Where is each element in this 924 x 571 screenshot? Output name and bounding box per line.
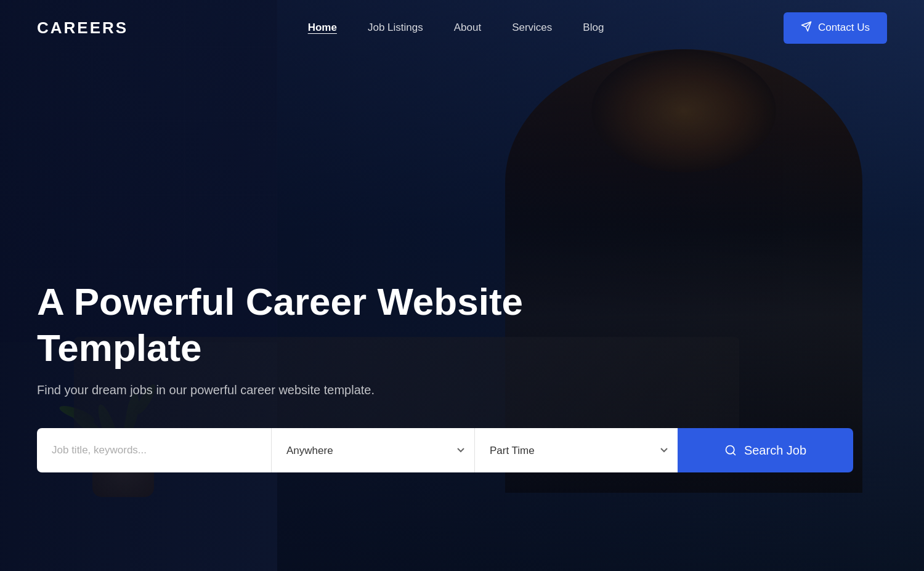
nav-item-services: Services bbox=[512, 22, 552, 34]
nav-link-blog[interactable]: Blog bbox=[583, 22, 604, 33]
location-select[interactable]: Anywhere New York Los Angeles Chicago Ho… bbox=[272, 428, 474, 472]
nav-link-services[interactable]: Services bbox=[512, 22, 552, 33]
hero-section: CAREERS Home Job Listings About Services… bbox=[0, 0, 924, 571]
nav-item-blog: Blog bbox=[583, 22, 604, 34]
hero-content: A Powerful Career Website Template Find … bbox=[37, 279, 887, 472]
contact-button-label: Contact Us bbox=[818, 22, 870, 34]
nav-link-job-listings[interactable]: Job Listings bbox=[368, 22, 423, 33]
send-icon bbox=[801, 21, 812, 35]
search-bar: Anywhere New York Los Angeles Chicago Ho… bbox=[37, 428, 813, 472]
nav-item-home: Home bbox=[308, 22, 337, 34]
contact-us-button[interactable]: Contact Us bbox=[784, 12, 887, 44]
job-type-select[interactable]: Part Time Full Time Contract Freelance I… bbox=[475, 428, 678, 472]
nav-item-job-listings: Job Listings bbox=[368, 22, 423, 34]
job-title-input[interactable] bbox=[37, 428, 271, 472]
nav-link-about[interactable]: About bbox=[454, 22, 481, 33]
nav-link-home[interactable]: Home bbox=[308, 22, 337, 33]
site-logo[interactable]: CAREERS bbox=[37, 18, 128, 38]
nav-links: Home Job Listings About Services Blog bbox=[308, 22, 604, 34]
location-select-wrap: Anywhere New York Los Angeles Chicago Ho… bbox=[271, 428, 474, 472]
search-icon bbox=[724, 444, 737, 456]
job-type-select-wrap: Part Time Full Time Contract Freelance I… bbox=[474, 428, 678, 472]
job-title-input-wrap bbox=[37, 428, 271, 472]
search-job-button[interactable]: Search Job bbox=[678, 428, 853, 472]
search-button-label: Search Job bbox=[744, 443, 806, 458]
navbar: CAREERS Home Job Listings About Services… bbox=[0, 0, 924, 55]
hero-subtitle: Find your dream jobs in our powerful car… bbox=[37, 383, 407, 397]
nav-item-about: About bbox=[454, 22, 481, 34]
hero-title: A Powerful Career Website Template bbox=[37, 279, 530, 371]
